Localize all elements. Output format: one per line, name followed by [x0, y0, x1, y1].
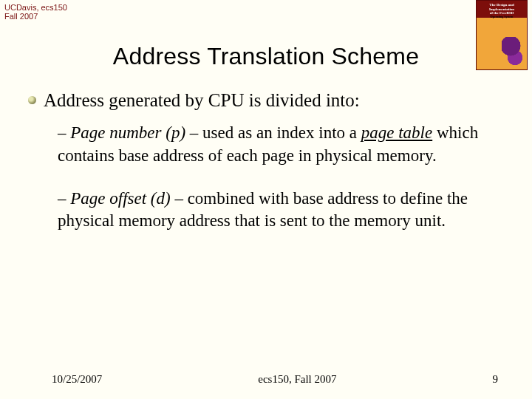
footer-center: ecs150, Fall 2007: [258, 373, 336, 386]
sub-bullet-1: – Page number (p) – used as an index int…: [58, 122, 499, 167]
dash: –: [58, 123, 70, 142]
page-table-term: page table: [361, 123, 432, 142]
slide-title: Address Translation Scheme: [0, 43, 532, 70]
bullet-dot-icon: [28, 96, 36, 104]
footer-page-number: 9: [493, 373, 499, 386]
slide-body: Address generated by CPU is divided into…: [28, 89, 504, 253]
sub-bullet-2: – Page offset (d) – combined with base a…: [58, 188, 499, 233]
dash: –: [58, 189, 70, 208]
sub1-mid1: – used as an index into a: [185, 123, 361, 142]
course-code: UCDavis, ecs150: [4, 3, 67, 12]
page-offset-term: Page offset (d): [70, 189, 170, 208]
bullet-item: Address generated by CPU is divided into…: [28, 89, 504, 112]
slide-footer: 10/25/2007 ecs150, Fall 2007 9: [0, 373, 532, 386]
course-header: UCDavis, ecs150 Fall 2007: [4, 3, 67, 21]
course-term: Fall 2007: [4, 12, 67, 21]
footer-date: 10/25/2007: [52, 373, 102, 386]
book-subtitle: Operating System: [477, 16, 527, 18]
page-number-term: Page number (p): [70, 123, 185, 142]
bullet-text: Address generated by CPU is divided into…: [44, 89, 360, 112]
